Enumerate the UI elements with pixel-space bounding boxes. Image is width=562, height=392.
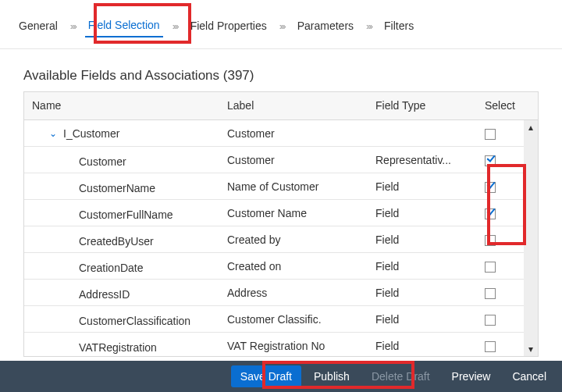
tab-parameters[interactable]: Parameters — [294, 15, 357, 37]
cancel-button[interactable]: Cancel — [503, 365, 556, 387]
table-row[interactable]: CustomerClassificationCustomer Classific… — [24, 306, 538, 333]
section-count: 397 — [227, 68, 249, 83]
field-name: AddressID — [79, 288, 130, 301]
select-checkbox[interactable] — [485, 315, 496, 326]
publish-button[interactable]: Publish — [304, 365, 359, 387]
cell-name: ⌄I_Customer — [24, 120, 219, 147]
select-checkbox[interactable] — [485, 155, 496, 166]
chevron-right-icon: ››› — [273, 20, 291, 32]
cell-field-type: Field — [368, 306, 477, 333]
cell-select — [477, 226, 524, 252]
tab-filters[interactable]: Filters — [381, 15, 417, 37]
table-row[interactable]: CreatedByUserCreated byField — [24, 226, 538, 253]
cell-field-type — [368, 127, 477, 141]
tab-general[interactable]: General — [16, 15, 61, 37]
field-name: CustomerFullName — [79, 208, 173, 221]
cell-label: Customer — [219, 120, 368, 147]
field-name: CreationDate — [79, 262, 144, 274]
tab-field-selection[interactable]: Field Selection — [85, 14, 163, 37]
table-row[interactable]: ⌄I_CustomerCustomer — [24, 120, 538, 147]
cell-select — [477, 173, 524, 199]
chevron-right-icon: ››› — [166, 20, 184, 32]
chevron-down-icon[interactable]: ⌄ — [48, 128, 59, 139]
scrollbar[interactable]: ▴ ▾ — [524, 120, 538, 356]
col-label[interactable]: Label — [219, 92, 368, 119]
cell-field-type: Field — [368, 173, 477, 200]
cell-field-type: Field — [368, 253, 477, 280]
field-name: VATRegistration — [79, 341, 157, 354]
table-body: ⌄I_CustomerCustomerCustomerCustomerRepre… — [24, 120, 538, 356]
wizard-breadcrumb: General ››› Field Selection ››› Field Pr… — [0, 0, 562, 48]
cell-field-type: Field — [368, 200, 477, 226]
field-name: CustomerName — [79, 182, 155, 194]
section-title-text: Available Fields and Associations — [23, 68, 219, 83]
delete-draft-button: Delete Draft — [362, 365, 439, 387]
table-header: Name Label Field Type Select — [24, 92, 538, 120]
table-row[interactable]: CreationDateCreated onField — [24, 253, 538, 280]
cell-select — [477, 305, 524, 332]
table-row[interactable]: VATRegistrationVAT Registration NoField — [24, 333, 538, 356]
cell-label: Name of Customer — [219, 173, 368, 200]
select-checkbox[interactable] — [485, 208, 496, 219]
cell-select — [477, 332, 524, 356]
table-row[interactable]: CustomerNameName of CustomerField — [24, 173, 538, 200]
select-checkbox[interactable] — [485, 129, 496, 140]
cell-select — [477, 279, 524, 305]
cell-label: VAT Registration No — [219, 333, 368, 357]
chevron-right-icon: ››› — [360, 20, 378, 32]
cell-select — [477, 199, 524, 226]
cell-field-type: Field — [368, 280, 477, 306]
cell-field-type: Field — [368, 226, 477, 253]
section-title: Available Fields and Associations (397) — [23, 68, 539, 84]
footer-toolbar: Save Draft Publish Delete Draft Preview … — [0, 361, 562, 392]
select-checkbox[interactable] — [485, 288, 496, 299]
cell-field-type: Field — [368, 333, 477, 357]
cell-label: Created by — [219, 226, 368, 253]
tab-field-properties[interactable]: Field Properties — [187, 15, 270, 37]
cell-field-type: Representativ... — [368, 147, 477, 173]
cell-label: Customer Name — [219, 200, 368, 226]
field-name: CustomerClassification — [79, 315, 190, 327]
select-checkbox[interactable] — [485, 182, 496, 193]
col-name[interactable]: Name — [24, 92, 219, 119]
select-checkbox[interactable] — [485, 235, 496, 246]
cell-select — [477, 252, 524, 279]
col-select[interactable]: Select — [477, 92, 524, 119]
chevron-right-icon: ››› — [64, 20, 82, 32]
preview-button[interactable]: Preview — [443, 365, 500, 387]
save-draft-button[interactable]: Save Draft — [231, 365, 301, 387]
select-checkbox[interactable] — [485, 262, 496, 273]
table-row[interactable]: CustomerCustomerRepresentativ... — [24, 147, 538, 173]
field-name: Customer — [79, 155, 126, 168]
field-name: I_Customer — [63, 127, 119, 140]
scroll-down-icon[interactable]: ▾ — [524, 342, 538, 356]
cell-select — [477, 146, 524, 173]
cell-label: Address — [219, 280, 368, 306]
cell-label: Customer Classific. — [219, 306, 368, 333]
fields-table: Name Label Field Type Select ⌄I_Customer… — [23, 91, 539, 357]
field-name: CreatedByUser — [79, 235, 154, 248]
col-type[interactable]: Field Type — [368, 92, 477, 119]
table-row[interactable]: AddressIDAddressField — [24, 280, 538, 306]
scroll-up-icon[interactable]: ▴ — [524, 120, 538, 134]
cell-name: VATRegistration — [24, 330, 219, 356]
select-checkbox[interactable] — [485, 341, 496, 352]
cell-label: Customer — [219, 147, 368, 173]
table-row[interactable]: CustomerFullNameCustomer NameField — [24, 200, 538, 226]
cell-select — [477, 120, 524, 147]
cell-label: Created on — [219, 253, 368, 280]
